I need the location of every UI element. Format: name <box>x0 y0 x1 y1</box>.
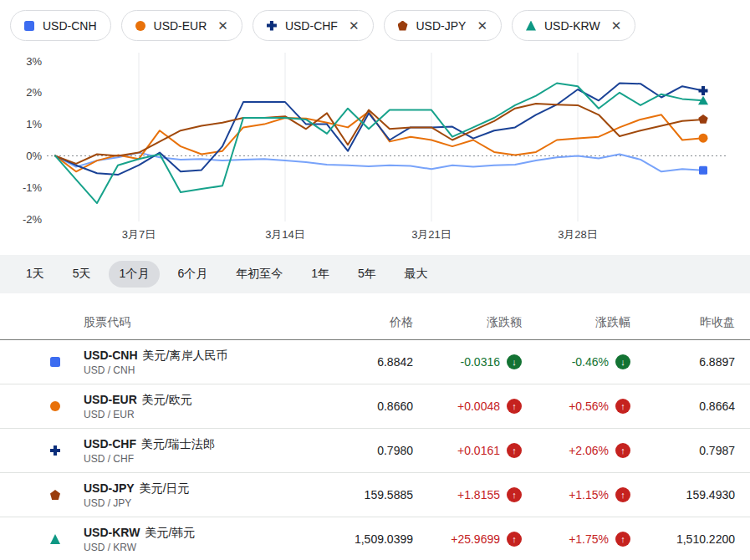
ticker: USD-EUR <box>84 393 137 406</box>
range-5y[interactable]: 5年 <box>347 261 387 288</box>
pair-sub: USD / JPY <box>84 497 304 509</box>
table-header: 股票代码 价格 涨跌额 涨跌幅 昨收盘 <box>0 315 750 340</box>
svg-text:3月28日: 3月28日 <box>558 228 598 241</box>
change-cell: +0.0048 ↑ <box>413 399 522 414</box>
svg-text:3月14日: 3月14日 <box>265 228 305 241</box>
close-icon[interactable]: ✕ <box>217 18 228 33</box>
chip-label: USD-JPY <box>416 19 467 33</box>
table-row[interactable]: USD-EUR美元/欧元 USD / EUR 0.8660 +0.0048 ↑ … <box>0 384 750 429</box>
svg-text:2%: 2% <box>26 86 42 99</box>
chip-label: USD-KRW <box>544 19 600 33</box>
header-change-pct: 涨跌幅 <box>522 315 630 330</box>
trend-up-icon: ↑ <box>507 443 522 458</box>
comparison-chips-bar: USD-CNH USD-EUR ✕ USD-CHF ✕ USD-JPY ✕ US… <box>0 0 750 46</box>
pair-sub: USD / EUR <box>84 409 304 420</box>
ticker: USD-CNH <box>84 349 138 362</box>
range-ytd[interactable]: 年初至今 <box>225 261 293 288</box>
price-chart: 3月7日3月14日3月21日3月28日3%2%1%0%-1%-2% <box>0 46 750 248</box>
table-row[interactable]: USD-CHF美元/瑞士法郎 USD / CHF 0.7980 +0.0161 … <box>0 429 750 473</box>
range-1y[interactable]: 1年 <box>300 261 340 288</box>
chip-usd-eur[interactable]: USD-EUR ✕ <box>121 10 242 41</box>
change-pct-cell: +2.06% ↑ <box>522 443 630 458</box>
svg-text:1%: 1% <box>26 118 42 130</box>
svg-text:0%: 0% <box>26 150 42 162</box>
price: 6.8842 <box>304 355 413 369</box>
change-pct-value: +1.15% <box>569 488 609 501</box>
header-symbol: 股票代码 <box>84 315 304 330</box>
chart-canvas[interactable]: 3月7日3月14日3月21日3月28日3%2%1%0%-1%-2% <box>5 48 741 245</box>
chip-usd-jpy[interactable]: USD-JPY ✕ <box>384 10 502 41</box>
price: 0.8660 <box>304 400 413 413</box>
price: 0.7980 <box>304 444 413 457</box>
chip-usd-krw[interactable]: USD-KRW ✕ <box>512 10 635 41</box>
ticker: USD-KRW <box>84 526 140 539</box>
pair-sub: USD / CNH <box>84 364 304 376</box>
change-pct-value: +1.75% <box>569 532 609 546</box>
trend-up-icon: ↑ <box>507 487 522 502</box>
change-value: +1.8155 <box>457 488 500 501</box>
pentagon-marker-icon <box>398 21 408 31</box>
range-5d[interactable]: 5天 <box>62 261 102 288</box>
svg-text:-1%: -1% <box>23 181 43 194</box>
change-pct-value: +0.56% <box>569 400 609 413</box>
change-cell: +1.8155 ↑ <box>413 487 522 502</box>
change-pct-cell: +1.15% ↑ <box>522 487 630 502</box>
chip-label: USD-CNH <box>43 19 97 33</box>
range-1m[interactable]: 1个月 <box>109 261 161 288</box>
chip-usd-chf[interactable]: USD-CHF ✕ <box>253 10 374 41</box>
pair-name: 美元/瑞士法郎 <box>141 437 215 451</box>
price: 159.5885 <box>304 488 413 501</box>
close-icon[interactable]: ✕ <box>349 18 360 33</box>
change-value: +25.9699 <box>451 532 500 546</box>
pair-name: 美元/离岸人民币 <box>143 349 228 362</box>
pair-sub: USD / KRW <box>84 542 304 553</box>
change-pct-cell: -0.46% ↓ <box>522 354 630 369</box>
ticker: USD-JPY <box>84 481 135 495</box>
table-row[interactable]: USD-KRW美元/韩元 USD / KRW 1,509.0399 +25.96… <box>0 517 750 560</box>
triangle-marker-icon <box>526 21 536 31</box>
square-marker-icon <box>50 357 60 367</box>
prev-close: 1,510.2200 <box>630 532 735 546</box>
pair-sub: USD / CHF <box>84 453 304 465</box>
change-cell: +0.0161 ↑ <box>413 443 522 458</box>
change-value: +0.0048 <box>457 400 500 413</box>
pair-name: 美元/日元 <box>140 481 190 495</box>
range-max[interactable]: 最大 <box>394 261 439 288</box>
trend-down-icon: ↓ <box>507 354 522 369</box>
change-pct-cell: +1.75% ↑ <box>522 532 630 547</box>
svg-text:3%: 3% <box>26 55 42 68</box>
symbol-cell: USD-EUR美元/欧元 USD / EUR <box>84 393 304 420</box>
plus-marker-icon <box>50 445 60 456</box>
range-6m[interactable]: 6个月 <box>166 261 218 288</box>
chip-label: USD-EUR <box>154 19 207 33</box>
trend-up-icon: ↑ <box>615 399 630 414</box>
chip-usd-cnh[interactable]: USD-CNH <box>10 10 111 41</box>
symbol-cell: USD-CHF美元/瑞士法郎 USD / CHF <box>84 437 304 465</box>
table-row[interactable]: USD-JPY美元/日元 USD / JPY 159.5885 +1.8155 … <box>0 473 750 517</box>
trend-up-icon: ↑ <box>507 532 522 547</box>
range-1d[interactable]: 1天 <box>15 261 55 288</box>
header-change: 涨跌额 <box>413 315 522 330</box>
change-pct-cell: +0.56% ↑ <box>522 399 630 414</box>
table-row[interactable]: USD-CNH美元/离岸人民币 USD / CNH 6.8842 -0.0316… <box>0 340 750 384</box>
change-cell: +25.9699 ↑ <box>413 532 522 547</box>
ticker: USD-CHF <box>84 437 136 451</box>
price: 1,509.0399 <box>304 532 413 546</box>
trend-down-icon: ↓ <box>615 354 630 369</box>
prev-close: 159.4930 <box>630 488 735 501</box>
pair-name: 美元/欧元 <box>142 393 192 406</box>
header-prev-close: 昨收盘 <box>630 315 735 330</box>
trend-up-icon: ↑ <box>507 399 522 414</box>
triangle-marker-icon <box>50 534 60 544</box>
chip-label: USD-CHF <box>285 19 338 33</box>
change-cell: -0.0316 ↓ <box>413 354 522 369</box>
prev-close: 0.8664 <box>630 400 735 413</box>
close-icon[interactable]: ✕ <box>477 18 487 33</box>
symbol-cell: USD-CNH美元/离岸人民币 USD / CNH <box>84 349 304 376</box>
change-value: -0.0316 <box>461 355 500 369</box>
square-marker-icon <box>24 21 34 31</box>
pentagon-marker-icon <box>50 490 60 500</box>
trend-up-icon: ↑ <box>615 532 630 547</box>
close-icon[interactable]: ✕ <box>611 18 622 33</box>
quotes-table: 股票代码 价格 涨跌额 涨跌幅 昨收盘 USD-CNH美元/离岸人民币 USD … <box>0 315 750 560</box>
